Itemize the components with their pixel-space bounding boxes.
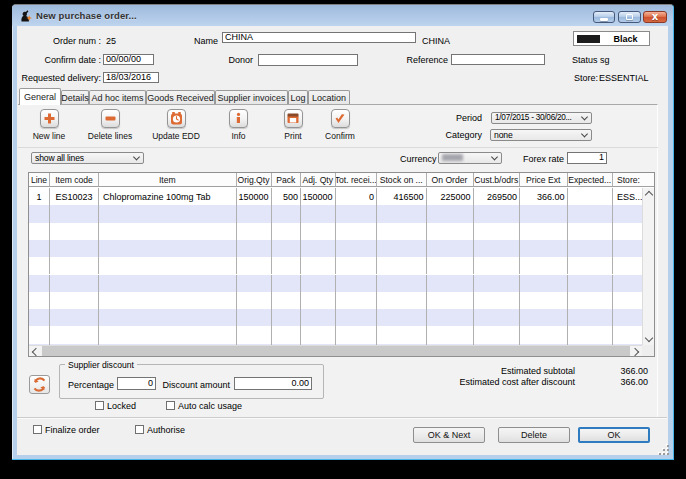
cell: 0 bbox=[336, 188, 378, 205]
column-header-store-[interactable]: Store: bbox=[613, 173, 653, 186]
cell bbox=[237, 326, 272, 343]
tab-location[interactable]: Location bbox=[308, 90, 350, 104]
cell bbox=[474, 205, 521, 222]
recalculate-discount-button[interactable] bbox=[29, 375, 50, 394]
reference-label: Reference bbox=[398, 55, 448, 65]
ok-button[interactable]: OK bbox=[578, 427, 650, 443]
tab-supplier-invoices[interactable]: Supplier invoices bbox=[215, 90, 288, 104]
column-header-pack[interactable]: Pack bbox=[272, 173, 302, 186]
cell bbox=[301, 275, 336, 292]
vertical-scrollbar[interactable] bbox=[642, 188, 654, 345]
window-titlebar[interactable]: New purchase order... x bbox=[12, 5, 673, 26]
store-value: ESSENTIAL bbox=[599, 73, 649, 83]
maximize-button[interactable] bbox=[618, 11, 641, 23]
scroll-up-icon[interactable] bbox=[644, 191, 652, 199]
column-header-price-ext[interactable]: Price Ext bbox=[520, 173, 568, 186]
order-num-label: Order num : bbox=[40, 36, 101, 46]
estimated-subtotal-label: Estimated subtotal bbox=[455, 366, 575, 376]
category-dropdown[interactable]: none bbox=[490, 129, 592, 142]
empty-row[interactable] bbox=[29, 205, 654, 222]
cell bbox=[237, 292, 272, 309]
tab-goods-received[interactable]: Goods Received bbox=[146, 90, 215, 104]
confirm-date-input[interactable]: 00/00/00 bbox=[103, 54, 154, 65]
delete-button[interactable]: Delete bbox=[498, 427, 570, 443]
order-line-row[interactable]: 1ES10023Chlopromazine 100mg Tab150000500… bbox=[29, 188, 654, 205]
line-filter-dropdown[interactable]: show all lines bbox=[31, 152, 144, 165]
cell bbox=[568, 188, 614, 205]
cell bbox=[272, 257, 302, 274]
auto-calc-usage-checkbox[interactable] bbox=[166, 401, 175, 410]
locked-label: Locked bbox=[107, 401, 136, 411]
empty-row[interactable] bbox=[29, 292, 654, 309]
tab-ad-hoc-items[interactable]: Ad hoc items bbox=[89, 90, 146, 104]
minimize-icon bbox=[600, 18, 608, 21]
toolbar-button-confirm[interactable]: Confirm bbox=[310, 109, 370, 141]
empty-row[interactable] bbox=[29, 275, 654, 292]
cell bbox=[301, 292, 336, 309]
toolbar-separator bbox=[18, 147, 658, 148]
currency-dropdown[interactable] bbox=[438, 152, 502, 165]
column-header-item[interactable]: Item bbox=[99, 173, 237, 186]
percentage-input[interactable]: 0 bbox=[117, 377, 156, 390]
cell bbox=[272, 205, 302, 222]
column-header-on-order[interactable]: On Order bbox=[427, 173, 474, 186]
empty-row[interactable] bbox=[29, 257, 654, 274]
percentage-label: Percentage bbox=[56, 380, 114, 390]
name-static-value: CHINA bbox=[422, 36, 450, 46]
toolbar-button-new-line[interactable]: New line bbox=[19, 109, 79, 141]
cell bbox=[520, 309, 568, 326]
scroll-down-icon[interactable] bbox=[644, 334, 652, 342]
name-input[interactable]: CHINA bbox=[222, 32, 416, 43]
tab-details[interactable]: Details bbox=[61, 90, 89, 104]
authorise-checkbox[interactable] bbox=[135, 425, 144, 434]
close-button[interactable]: x bbox=[643, 11, 667, 23]
column-header-stock-on-[interactable]: Stock on ... bbox=[377, 173, 427, 186]
cell bbox=[427, 205, 474, 222]
empty-row[interactable] bbox=[29, 326, 654, 343]
column-header-orig-qty[interactable]: Orig.Qty bbox=[237, 173, 272, 186]
scroll-right-icon[interactable] bbox=[631, 347, 639, 355]
finalize-order-checkbox[interactable] bbox=[33, 425, 42, 434]
empty-row[interactable] bbox=[29, 223, 654, 240]
tab-general[interactable]: General bbox=[19, 88, 61, 105]
estimated-cost-after-discount-value: 366.00 bbox=[600, 377, 648, 387]
ok-next-button[interactable]: OK & Next bbox=[413, 427, 485, 443]
column-header-adj-qty[interactable]: Adj. Qty bbox=[301, 173, 336, 186]
toolbar-button-info[interactable]: Info bbox=[209, 109, 269, 141]
toolbar-button-label: New line bbox=[33, 131, 66, 141]
column-header-tot-recei-[interactable]: Tot. recei... bbox=[336, 173, 378, 186]
cell bbox=[474, 326, 521, 343]
cell: 225000 bbox=[427, 188, 474, 205]
cell bbox=[520, 326, 568, 343]
toolbar-button-delete-lines[interactable]: Delete lines bbox=[80, 109, 140, 141]
cell bbox=[377, 275, 427, 292]
reference-input[interactable] bbox=[451, 54, 545, 66]
empty-row[interactable] bbox=[29, 240, 654, 257]
horizontal-scroll-thumb[interactable] bbox=[42, 346, 630, 356]
column-header-item-code[interactable]: Item code bbox=[50, 173, 99, 186]
minimize-button[interactable] bbox=[593, 11, 615, 23]
requested-delivery-input[interactable]: 18/03/2016 bbox=[103, 72, 159, 84]
cell bbox=[427, 257, 474, 274]
cell bbox=[237, 275, 272, 292]
discount-amount-input[interactable]: 0.00 bbox=[234, 377, 312, 390]
cell bbox=[272, 275, 302, 292]
column-header-expected-[interactable]: Expected... bbox=[568, 173, 614, 186]
forex-rate-input[interactable]: 1 bbox=[567, 152, 607, 165]
scroll-left-icon[interactable] bbox=[32, 347, 40, 355]
locked-checkbox[interactable] bbox=[95, 401, 104, 410]
color-box[interactable]: Black bbox=[573, 31, 650, 46]
resize-grip[interactable] bbox=[659, 445, 669, 455]
supplier-discount-legend: Supplier discount bbox=[65, 360, 137, 370]
column-header-cust-b-odrs[interactable]: Cust.b/odrs bbox=[474, 173, 521, 186]
cell bbox=[50, 257, 99, 274]
toolbar-button-update-edd[interactable]: Update EDD bbox=[146, 109, 206, 141]
donor-input[interactable] bbox=[258, 54, 358, 66]
column-header-line[interactable]: Line bbox=[29, 173, 50, 186]
printer-icon bbox=[284, 109, 303, 128]
tab-log[interactable]: Log bbox=[288, 90, 308, 104]
horizontal-scrollbar[interactable] bbox=[29, 345, 642, 356]
empty-row[interactable] bbox=[29, 309, 654, 326]
period-dropdown[interactable]: 1/07/2015 - 30/06/20... bbox=[491, 112, 592, 125]
toolbar-button-label: Print bbox=[284, 131, 301, 141]
